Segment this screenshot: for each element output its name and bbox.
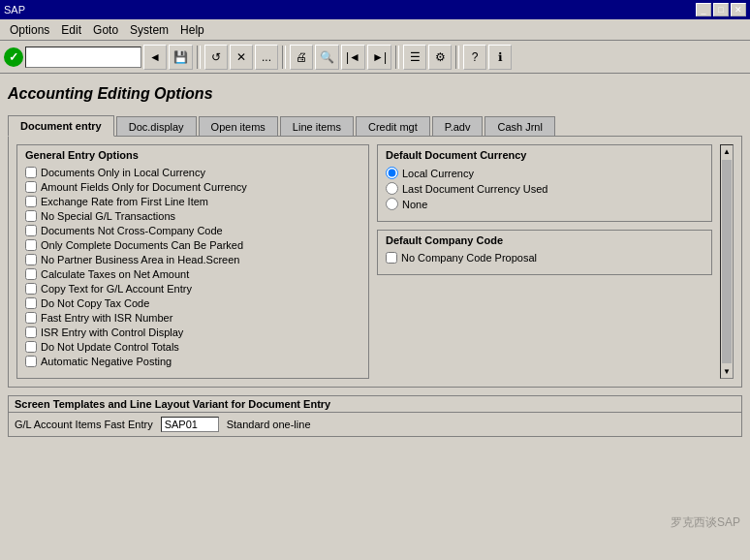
- watermark: 罗克西谈SAP: [671, 514, 740, 531]
- radio-none[interactable]: [386, 198, 398, 210]
- tab-open-items[interactable]: Open items: [199, 116, 278, 137]
- tabs-container: Document entry Doc.display Open items Li…: [8, 114, 742, 136]
- checkbox-no-company-code[interactable]: [386, 252, 397, 264]
- label-exchange-rate: Exchange Rate from First Line Item: [41, 196, 208, 207]
- next-button[interactable]: ►|: [367, 45, 391, 70]
- bottom-row: G/L Account Items Fast Entry Standard on…: [9, 413, 741, 436]
- label-copy-text: Copy Text for G/L Account Entry: [41, 283, 192, 295]
- sap-input[interactable]: [161, 417, 219, 432]
- tab-credit-mgt[interactable]: Credit mgt: [356, 116, 430, 137]
- minimize-button[interactable]: _: [696, 3, 711, 16]
- radio-row-none: None: [386, 198, 703, 210]
- checkbox-no-special-gl[interactable]: [25, 210, 37, 222]
- checkbox-no-partner[interactable]: [25, 254, 37, 265]
- command-input[interactable]: [25, 47, 141, 68]
- separator-1: [197, 46, 201, 69]
- label-docs-only-local: Documents Only in Local Currency: [41, 167, 205, 178]
- checkbox-amount-fields[interactable]: [25, 181, 37, 193]
- tab-panel-document-entry: General Entry Options Documents Only in …: [8, 136, 742, 388]
- maximize-button[interactable]: □: [713, 3, 729, 16]
- label-none: None: [402, 199, 427, 210]
- save-button[interactable]: 💾: [169, 45, 193, 70]
- close-button[interactable]: ✕: [731, 3, 746, 16]
- more2-button[interactable]: ☰: [403, 45, 426, 70]
- checkbox-do-not-update[interactable]: [25, 341, 37, 353]
- back-button[interactable]: ◄: [143, 45, 167, 70]
- default-doc-currency-box: Default Document Currency Local Currency…: [377, 144, 712, 222]
- more-button[interactable]: ...: [255, 45, 278, 70]
- check-icon[interactable]: ✓: [4, 47, 23, 67]
- scroll-thumb[interactable]: [722, 160, 732, 363]
- menu-options[interactable]: Options: [4, 21, 55, 39]
- separator-3: [395, 46, 399, 69]
- checkbox-row-do-not-update: Do Not Update Control Totals: [25, 341, 360, 353]
- default-company-code-box: Default Company Code No Company Code Pro…: [377, 230, 712, 275]
- tab-p-adv[interactable]: P.adv: [432, 116, 484, 137]
- checkbox-isr-entry[interactable]: [25, 327, 37, 338]
- menu-goto[interactable]: Goto: [87, 21, 124, 39]
- radio-local-currency[interactable]: [386, 167, 398, 179]
- radio-row-last-doc-currency: Last Document Currency Used: [386, 182, 703, 195]
- menu-system[interactable]: System: [124, 21, 174, 39]
- tab-document-entry[interactable]: Document entry: [8, 115, 114, 137]
- label-automatic-negative: Automatic Negative Posting: [41, 356, 172, 367]
- separator-2: [282, 46, 286, 69]
- scroll-up-button[interactable]: ▲: [721, 145, 733, 158]
- label-only-complete: Only Complete Documents Can Be Parked: [41, 239, 243, 251]
- checkbox-row-exchange-rate: Exchange Rate from First Line Item: [25, 196, 360, 207]
- checkbox-row-fast-entry-isr: Fast Entry with ISR Number: [25, 312, 360, 324]
- label-no-company-code: No Company Code Proposal: [401, 252, 537, 264]
- checkbox-row-no-special-gl: No Special G/L Transactions: [25, 210, 360, 222]
- checkbox-row-only-complete: Only Complete Documents Can Be Parked: [25, 239, 360, 251]
- checkbox-fast-entry-isr[interactable]: [25, 312, 37, 324]
- label-do-not-copy-tax: Do Not Copy Tax Code: [41, 297, 149, 309]
- help-button[interactable]: ?: [463, 45, 486, 70]
- default-doc-currency-title: Default Document Currency: [386, 149, 703, 161]
- checkbox-docs-not-cross[interactable]: [25, 225, 37, 236]
- checkbox-row-docs-not-cross: Documents Not Cross-Company Code: [25, 225, 360, 236]
- print-button[interactable]: 🖨: [290, 45, 313, 70]
- checkbox-do-not-copy-tax[interactable]: [25, 297, 37, 309]
- general-entry-options-box: General Entry Options Documents Only in …: [16, 144, 369, 379]
- prev-button[interactable]: |◄: [341, 45, 365, 70]
- label-amount-fields: Amount Fields Only for Document Currency: [41, 181, 247, 193]
- radio-last-doc-currency[interactable]: [386, 182, 398, 195]
- scroll-down-button[interactable]: ▼: [721, 365, 733, 378]
- gl-account-label: G/L Account Items Fast Entry: [15, 419, 153, 430]
- label-fast-entry-isr: Fast Entry with ISR Number: [41, 312, 172, 324]
- checkbox-row-docs-only-local: Documents Only in Local Currency: [25, 167, 360, 178]
- separator-4: [455, 46, 459, 69]
- checkbox-copy-text[interactable]: [25, 283, 37, 295]
- default-company-code-title: Default Company Code: [386, 234, 703, 246]
- refresh-button[interactable]: ↺: [204, 45, 228, 70]
- label-no-special-gl: No Special G/L Transactions: [41, 210, 175, 222]
- checkbox-only-complete[interactable]: [25, 239, 37, 251]
- menu-help[interactable]: Help: [174, 21, 210, 39]
- checkbox-row-automatic-negative: Automatic Negative Posting: [25, 356, 360, 367]
- info-button[interactable]: ℹ: [488, 45, 512, 70]
- menu-edit[interactable]: Edit: [55, 21, 87, 39]
- menu-bar: Options Edit Goto System Help: [0, 19, 750, 41]
- radio-row-local-currency: Local Currency: [386, 167, 703, 179]
- label-do-not-update: Do Not Update Control Totals: [41, 341, 179, 353]
- checkbox-row-calculate-taxes: Calculate Taxes on Net Amount: [25, 268, 360, 280]
- tab-line-items[interactable]: Line items: [280, 116, 354, 137]
- find-button[interactable]: 🔍: [315, 45, 339, 70]
- checkbox-row-no-partner: No Partner Business Area in Head.Screen: [25, 254, 360, 265]
- label-last-doc-currency: Last Document Currency Used: [402, 183, 547, 195]
- tab-doc-display[interactable]: Doc.display: [116, 116, 197, 137]
- checkbox-row-isr-entry: ISR Entry with Control Display: [25, 327, 360, 338]
- tab-cash-jrnl[interactable]: Cash Jrnl: [484, 116, 554, 137]
- settings-button[interactable]: ⚙: [428, 45, 452, 70]
- checkbox-automatic-negative[interactable]: [25, 356, 37, 367]
- checkbox-row-copy-text: Copy Text for G/L Account Entry: [25, 283, 360, 295]
- title-bar: SAP _ □ ✕: [0, 0, 750, 19]
- right-column: Default Document Currency Local Currency…: [377, 144, 712, 379]
- checkbox-exchange-rate[interactable]: [25, 196, 37, 207]
- stop-button[interactable]: ✕: [230, 45, 253, 70]
- standard-one-line-label: Standard one-line: [227, 419, 311, 430]
- label-calculate-taxes: Calculate Taxes on Net Amount: [41, 268, 189, 280]
- checkbox-calculate-taxes[interactable]: [25, 268, 37, 280]
- checkbox-docs-only-local[interactable]: [25, 167, 37, 178]
- vertical-scrollbar[interactable]: ▲ ▼: [720, 144, 734, 379]
